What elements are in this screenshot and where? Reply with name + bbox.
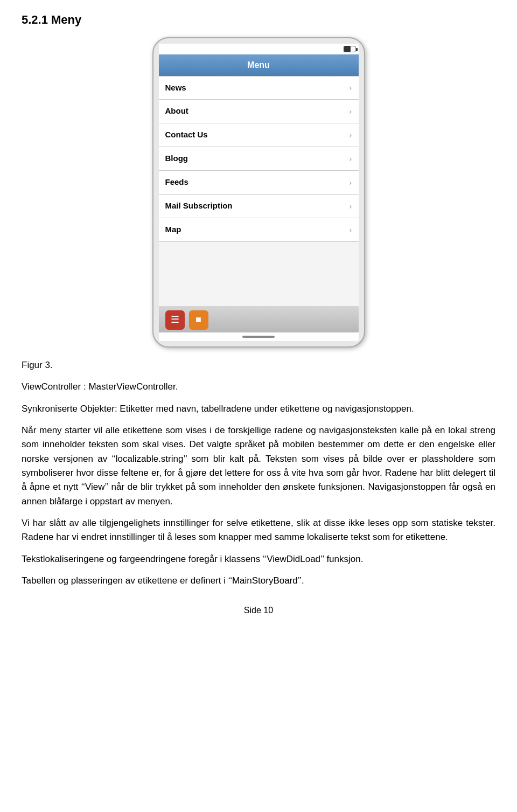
status-bar (159, 44, 359, 54)
paragraph-vi-har-slatt: Vi har slått av alle tilgjengelighets in… (22, 516, 495, 545)
empty-space (159, 242, 359, 307)
menu-item-feeds: Feeds (165, 176, 188, 189)
paragraph-tekstlokaliseringene: Tekstlokaliseringene og fargeendringene … (22, 552, 495, 566)
battery-icon (344, 46, 355, 52)
nav-bar-title: Menu (247, 59, 270, 72)
toolbar-btn-red[interactable]: ☰ (165, 310, 185, 330)
menu-item-about: About (165, 105, 188, 117)
arrow-icon-map: › (349, 224, 352, 237)
iphone-mockup: Menu News › About › Contact Us › Blogg (152, 37, 365, 348)
table-row[interactable]: About › (159, 100, 359, 123)
table-row[interactable]: Contact Us › (159, 123, 359, 147)
bottom-toolbar: ☰ ■ (159, 307, 359, 332)
arrow-icon-contact: › (349, 129, 352, 142)
arrow-icon-blogg: › (349, 152, 352, 165)
page-footer: Side 10 (22, 604, 495, 617)
arrow-icon-mail: › (349, 200, 352, 213)
home-indicator (242, 336, 275, 338)
table-row[interactable]: Map › (159, 218, 359, 242)
section-title: 5.2.1 Meny (22, 11, 495, 29)
nav-bar: Menu (159, 54, 359, 76)
iphone-screen: Menu News › About › Contact Us › Blogg (159, 44, 359, 341)
arrow-icon-news: › (349, 81, 352, 94)
arrow-icon-about: › (349, 105, 352, 118)
menu-item-news: News (165, 82, 186, 94)
menu-item-blogg: Blogg (165, 152, 188, 165)
figure-caption: Figur 3. (22, 358, 495, 372)
red-btn-icon: ☰ (171, 313, 179, 327)
menu-item-mail: Mail Subscription (165, 200, 233, 212)
table-row[interactable]: Blogg › (159, 147, 359, 171)
menu-item-contact: Contact Us (165, 129, 208, 141)
table-view: News › About › Contact Us › Blogg › Feed… (159, 76, 359, 242)
table-row[interactable]: Feeds › (159, 171, 359, 195)
table-row[interactable]: News › (159, 76, 359, 100)
paragraph-nar-meny: Når meny starter vil alle etikettene som… (22, 424, 495, 509)
menu-item-map: Map (165, 224, 181, 236)
paragraph-synkroniserte: Synkroniserte Objekter: Etiketter med na… (22, 402, 495, 416)
phone-status-bottom (159, 332, 359, 341)
orange-btn-icon: ■ (195, 313, 201, 327)
toolbar-btn-orange[interactable]: ■ (189, 310, 208, 330)
arrow-icon-feeds: › (349, 176, 352, 189)
paragraph-tabellen: Tabellen og plasseringen av etikettene e… (22, 574, 495, 588)
paragraph-viewcontroller: ViewController : MasterViewController. (22, 380, 495, 394)
table-row[interactable]: Mail Subscription › (159, 195, 359, 218)
